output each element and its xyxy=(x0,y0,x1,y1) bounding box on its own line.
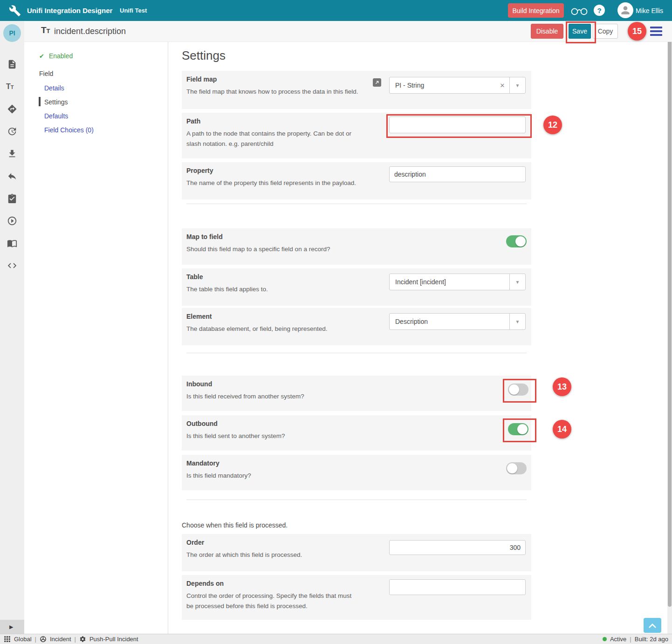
application-label[interactable]: Incident xyxy=(50,636,71,643)
field-type-icon: TT xyxy=(41,25,50,35)
table-select[interactable]: Incident [incident] ▼ xyxy=(389,274,526,290)
user-name[interactable]: Mike Ellis xyxy=(636,0,663,21)
disable-button[interactable]: Disable xyxy=(531,24,563,39)
field-map-description: The field map that knows how to process … xyxy=(186,87,373,97)
map-to-field-toggle[interactable] xyxy=(506,235,527,247)
undo-icon[interactable] xyxy=(7,171,17,181)
apps-grid-icon[interactable] xyxy=(4,636,11,643)
inbound-toggle[interactable] xyxy=(508,384,528,396)
annotation-badge-13: 13 xyxy=(553,377,571,396)
inbound-description: Is this field received from another syst… xyxy=(186,391,373,402)
directions-icon[interactable] xyxy=(7,104,17,114)
nav-item-settings[interactable]: Settings xyxy=(44,98,68,106)
collapse-arrow-icon: ▶ xyxy=(9,624,13,630)
integration-avatar[interactable]: PI xyxy=(3,24,21,42)
field-map-select[interactable]: PI - String ✕ ▼ xyxy=(389,77,526,94)
order-label: Order xyxy=(186,539,204,546)
code-icon[interactable] xyxy=(7,260,17,271)
mandatory-row: Mandatory Is this field mandatory? xyxy=(182,455,531,490)
app-title: Unifi Integration Designer xyxy=(27,0,112,21)
page-title: Settings xyxy=(182,48,226,63)
table-row: Table The table this field applies to. I… xyxy=(182,268,531,306)
inbound-label: Inbound xyxy=(186,380,212,388)
mandatory-toggle[interactable] xyxy=(506,462,527,474)
path-label: Path xyxy=(186,117,200,125)
menu-icon[interactable] xyxy=(650,27,662,36)
process-note: Choose when this field is processed. xyxy=(182,521,288,529)
outbound-row: Outbound Is this field sent to another s… xyxy=(182,415,531,451)
active-status-label: Active xyxy=(610,636,626,643)
run-icon[interactable] xyxy=(7,216,17,226)
save-button[interactable]: Save xyxy=(569,24,591,39)
field-map-value: PI - String xyxy=(390,77,495,93)
element-label: Element xyxy=(186,313,212,320)
outbound-toggle[interactable] xyxy=(508,423,528,435)
map-to-field-description: Should this field map to a specific fiel… xyxy=(186,244,373,254)
element-value: Description xyxy=(390,314,509,329)
nav-item-details[interactable]: Details xyxy=(44,84,64,92)
chevron-down-icon[interactable]: ▼ xyxy=(509,314,525,329)
property-input[interactable] xyxy=(389,166,526,182)
section-divider xyxy=(186,204,527,204)
built-label: Built: 2d ago xyxy=(635,636,668,643)
scrollbar-thumb[interactable] xyxy=(668,22,672,607)
enabled-status[interactable]: ✔Enabled xyxy=(39,52,73,60)
process-label[interactable]: Push-Pull Incident xyxy=(89,636,138,643)
nav-item-defaults[interactable]: Defaults xyxy=(44,112,68,120)
active-item-bar xyxy=(39,97,41,106)
mandatory-description: Is this field mandatory? xyxy=(186,471,373,481)
map-to-field-row: Map to field Should this field map to a … xyxy=(182,228,531,265)
record-nav-panel: ✔Enabled Field Details Settings Defaults… xyxy=(24,42,168,634)
order-row: Order The order at which this field is p… xyxy=(182,534,531,571)
fields-icon[interactable]: TT xyxy=(6,82,14,91)
sidebar-collapse-button[interactable]: ▶ xyxy=(0,620,24,634)
depends-on-input[interactable] xyxy=(389,579,526,595)
document-icon[interactable] xyxy=(7,59,17,69)
clear-icon[interactable]: ✕ xyxy=(495,77,509,93)
mandatory-label: Mandatory xyxy=(186,459,219,467)
history-icon[interactable] xyxy=(7,126,17,137)
open-reference-icon[interactable] xyxy=(373,78,381,87)
wrench-icon xyxy=(9,5,21,17)
scope-label[interactable]: Global xyxy=(14,636,32,643)
tasks-icon[interactable] xyxy=(7,193,17,204)
copy-button[interactable]: Copy xyxy=(593,24,618,39)
docs-icon[interactable] xyxy=(7,238,17,248)
path-row: Path A path to the node that contains th… xyxy=(182,113,531,158)
annotation-badge-12: 12 xyxy=(543,116,562,134)
nav-item-field-choices[interactable]: Field Choices (0) xyxy=(44,126,94,134)
preview-glasses-icon[interactable] xyxy=(570,6,588,16)
element-select[interactable]: Description ▼ xyxy=(389,313,526,330)
check-icon: ✔ xyxy=(39,53,44,60)
property-row: Property The name of the property this f… xyxy=(182,162,531,199)
field-map-label: Field map xyxy=(186,75,217,83)
status-bar: Global | Incident | Push-Pull Incident A… xyxy=(0,634,672,644)
element-row: Element The database element, or field, … xyxy=(182,308,531,345)
gear-icon xyxy=(79,636,86,643)
element-description: The database element, or field, being re… xyxy=(186,324,373,334)
chevron-down-icon[interactable]: ▼ xyxy=(509,274,525,290)
path-input[interactable] xyxy=(389,116,526,133)
order-input[interactable] xyxy=(389,540,526,555)
section-divider xyxy=(186,353,527,353)
outbound-label: Outbound xyxy=(186,420,218,427)
depends-on-label: Depends on xyxy=(186,580,224,587)
section-divider xyxy=(186,500,527,500)
unifi-integration-designer-page: Unifi Integration Designer Unifi Test Bu… xyxy=(0,0,672,644)
help-icon[interactable]: ? xyxy=(594,5,605,16)
application-icon xyxy=(40,636,47,643)
annotation-badge-15: 15 xyxy=(628,22,646,41)
field-map-row: Field map The field map that knows how t… xyxy=(182,71,531,109)
table-value: Incident [incident] xyxy=(390,274,509,290)
nav-section-field: Field xyxy=(39,70,53,77)
user-avatar[interactable] xyxy=(617,2,633,18)
property-label: Property xyxy=(186,167,213,174)
chevron-down-icon[interactable]: ▼ xyxy=(509,77,525,93)
download-icon[interactable] xyxy=(7,149,17,159)
inbound-row: Inbound Is this field received from anot… xyxy=(182,376,531,411)
build-integration-button[interactable]: Build Integration xyxy=(508,3,564,18)
scroll-to-top-button[interactable] xyxy=(644,618,661,633)
table-label: Table xyxy=(186,273,203,281)
outbound-description: Is this field sent to another system? xyxy=(186,431,373,441)
workspace-name[interactable]: Unifi Test xyxy=(120,0,147,21)
